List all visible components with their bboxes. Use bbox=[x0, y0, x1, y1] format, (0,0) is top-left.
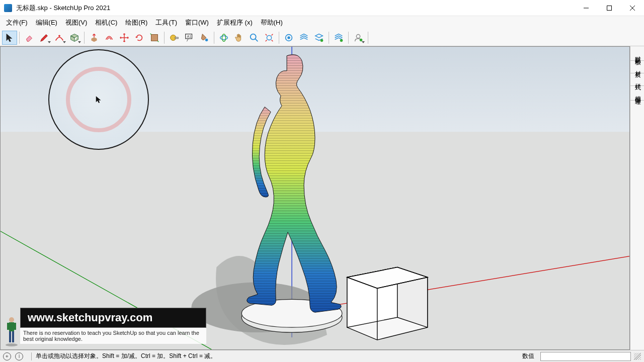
scale-tool[interactable] bbox=[147, 31, 162, 45]
pencil-tool[interactable] bbox=[37, 31, 52, 45]
resize-grip[interactable] bbox=[634, 353, 641, 360]
toolbar-separator bbox=[329, 32, 329, 44]
status-hint: 单击或拖动以选择对象。Shift = 加/减。Ctrl = 加。Shift + … bbox=[36, 352, 522, 360]
menu-bar: 文件(F) 编辑(E) 视图(V) 相机(C) 绘图(R) 工具(T) 窗口(W… bbox=[0, 16, 644, 29]
menu-file[interactable]: 文件(F) bbox=[2, 17, 32, 28]
toolbar: A1 bbox=[0, 29, 644, 46]
toolbar-separator bbox=[19, 32, 20, 44]
eraser-tool[interactable] bbox=[22, 31, 37, 45]
svg-point-17 bbox=[287, 36, 290, 39]
plugin-4[interactable] bbox=[331, 31, 346, 45]
svg-point-11 bbox=[220, 36, 228, 39]
plugin-user[interactable] bbox=[351, 31, 366, 45]
svg-rect-37 bbox=[9, 322, 14, 331]
svg-rect-7 bbox=[175, 37, 178, 39]
menu-help[interactable]: 帮助(H) bbox=[257, 17, 287, 28]
toolbar-separator bbox=[368, 32, 368, 44]
scale-figure-icon bbox=[4, 316, 19, 347]
plugin-3[interactable] bbox=[311, 31, 327, 45]
cube bbox=[347, 267, 428, 340]
tape-tool[interactable] bbox=[167, 31, 182, 45]
toolbar-separator bbox=[214, 32, 214, 44]
zoom-tool[interactable] bbox=[247, 31, 262, 45]
zoom-extents-tool[interactable] bbox=[262, 31, 277, 45]
plugin-2[interactable] bbox=[296, 31, 311, 45]
svg-text:A1: A1 bbox=[187, 34, 191, 39]
svg-rect-39 bbox=[14, 323, 16, 330]
window-title: 无标题.skp - SketchUp Pro 2021 bbox=[16, 4, 575, 13]
watermark: www.sketchupvray.com There is no reserva… bbox=[20, 308, 206, 344]
status-separator bbox=[31, 352, 32, 360]
svg-point-19 bbox=[340, 39, 343, 42]
svg-point-42 bbox=[6, 343, 18, 346]
paint-tool[interactable] bbox=[197, 31, 212, 45]
plugin-1[interactable] bbox=[281, 31, 296, 45]
svg-point-15 bbox=[267, 35, 271, 40]
orbit-tool[interactable] bbox=[216, 31, 231, 45]
status-geo-icon[interactable]: ⌖ bbox=[3, 352, 11, 360]
minimize-button[interactable] bbox=[575, 0, 598, 16]
svg-point-20 bbox=[356, 34, 360, 38]
tab-model-manage[interactable]: 模型管理 bbox=[630, 86, 644, 101]
pushpull-tool[interactable] bbox=[87, 31, 102, 45]
toolbar-separator bbox=[348, 32, 349, 44]
status-bar: ⌖ i 单击或拖动以选择对象。Shift = 加/减。Ctrl = 加。Shif… bbox=[0, 350, 644, 362]
svg-rect-40 bbox=[9, 331, 11, 342]
svg-point-18 bbox=[320, 39, 324, 42]
text-tool[interactable]: A1 bbox=[182, 31, 197, 45]
right-panel-tabs: 默认面板 材质 样式 模型管理 bbox=[630, 46, 644, 350]
svg-point-36 bbox=[9, 317, 14, 322]
watermark-url: www.sketchupvray.com bbox=[20, 308, 206, 328]
toolbar-separator bbox=[279, 32, 279, 44]
title-bar: 无标题.skp - SketchUp Pro 2021 bbox=[0, 0, 644, 16]
menu-edit[interactable]: 编辑(E) bbox=[32, 17, 61, 28]
svg-rect-1 bbox=[607, 6, 612, 10]
menu-camera[interactable]: 相机(C) bbox=[91, 17, 121, 28]
window-controls bbox=[575, 0, 644, 16]
viewport[interactable] bbox=[0, 46, 630, 350]
pan-tool[interactable] bbox=[231, 31, 247, 45]
svg-point-4 bbox=[58, 35, 60, 37]
app-icon bbox=[4, 4, 12, 12]
watermark-sub: There is no reservation to teach you Ske… bbox=[20, 328, 206, 344]
menu-extensions[interactable]: 扩展程序 (x) bbox=[213, 17, 257, 28]
status-value-label: 数值 bbox=[522, 352, 534, 360]
tab-style[interactable]: 样式 bbox=[630, 73, 644, 86]
select-tool[interactable] bbox=[2, 31, 17, 45]
tab-default-panel[interactable]: 默认面板 bbox=[630, 46, 644, 61]
menu-view[interactable]: 视图(V) bbox=[61, 17, 91, 28]
arc-tool[interactable] bbox=[52, 31, 67, 45]
menu-draw[interactable]: 绘图(R) bbox=[121, 17, 151, 28]
svg-point-10 bbox=[205, 38, 208, 41]
toolbar-separator bbox=[164, 32, 165, 44]
menu-tools[interactable]: 工具(T) bbox=[151, 17, 181, 28]
rotate-tool[interactable] bbox=[132, 31, 147, 45]
menu-window[interactable]: 窗口(W) bbox=[181, 17, 213, 28]
maximize-button[interactable] bbox=[598, 0, 621, 16]
svg-point-12 bbox=[222, 34, 225, 41]
offset-tool[interactable] bbox=[102, 31, 117, 45]
toolbar-separator bbox=[84, 32, 85, 44]
svg-rect-41 bbox=[12, 331, 14, 342]
rectangle-tool[interactable] bbox=[67, 31, 82, 45]
tab-material[interactable]: 材质 bbox=[630, 61, 644, 73]
status-info-icon[interactable]: i bbox=[15, 352, 23, 360]
move-tool[interactable] bbox=[117, 31, 132, 45]
close-button[interactable] bbox=[621, 0, 644, 16]
svg-rect-38 bbox=[7, 323, 9, 330]
measurement-input[interactable] bbox=[540, 352, 631, 361]
svg-line-14 bbox=[255, 38, 258, 41]
svg-rect-5 bbox=[151, 34, 158, 41]
